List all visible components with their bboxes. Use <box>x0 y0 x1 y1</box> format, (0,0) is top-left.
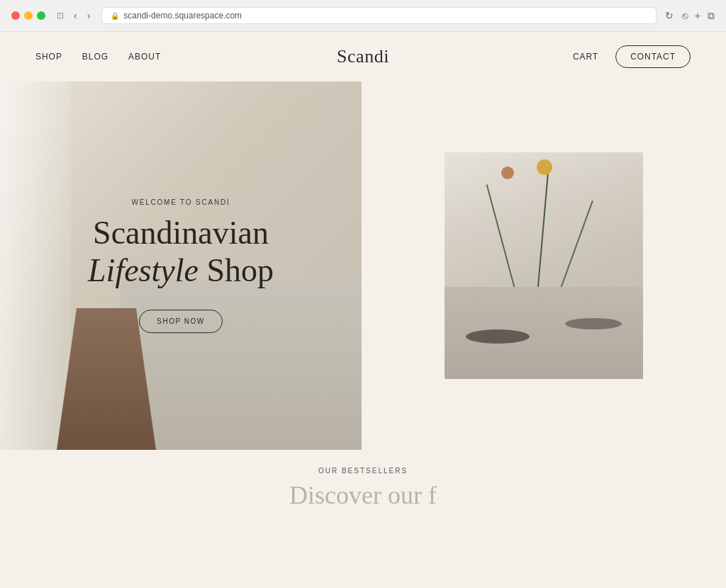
nav-blog[interactable]: BLOG <box>82 52 108 62</box>
nav-shop[interactable]: SHOP <box>35 52 62 62</box>
hero-section: WELCOME TO SCANDI Scandinavian Lifestyle… <box>0 81 726 450</box>
website: SHOP BLOG ABOUT Scandi CART CONTACT <box>0 32 726 588</box>
hero-left-panel: WELCOME TO SCANDI Scandinavian Lifestyle… <box>0 81 362 450</box>
table-surface <box>445 287 643 379</box>
hero-curtain <box>0 81 71 450</box>
flower-stem-1 <box>486 184 517 294</box>
lock-icon: 🔒 <box>111 12 119 20</box>
browser-chrome: ⊡ ‹ › 🔒 scandi-demo.squarespace.com ↻ ⎋ … <box>0 0 726 32</box>
nav-cart[interactable]: CART <box>573 52 598 62</box>
url-text: scandi-demo.squarespace.com <box>123 11 242 21</box>
tabs-btn[interactable]: ⧉ <box>708 10 715 22</box>
flower-stem-3 <box>558 200 593 294</box>
hero-title-normal: Shop <box>199 252 274 288</box>
hero-title-italic: Lifestyle <box>88 252 199 288</box>
nav-left: SHOP BLOG ABOUT <box>35 52 161 62</box>
flower-head-2 <box>537 159 552 175</box>
hero-title-line1: Scandinavian <box>93 215 269 251</box>
address-bar[interactable]: 🔒 scandi-demo.squarespace.com <box>101 7 656 24</box>
browser-nav: ⊡ ‹ › <box>54 9 93 23</box>
bestsellers-label: OUR BESTSELLERS <box>0 467 726 475</box>
forward-btn[interactable]: › <box>84 9 94 23</box>
bestsellers-title: Discover our f <box>0 480 726 510</box>
browser-actions: ⎋ + ⧉ <box>682 10 715 22</box>
shop-now-button[interactable]: SHOP NOW <box>139 310 222 333</box>
bottom-section: OUR BESTSELLERS Discover our f <box>0 450 726 510</box>
new-tab-btn[interactable]: + <box>695 10 700 22</box>
nav-about[interactable]: ABOUT <box>128 52 161 62</box>
hero-text-overlay: WELCOME TO SCANDI Scandinavian Lifestyle… <box>88 198 274 333</box>
flower-head-1 <box>501 166 514 179</box>
back-btn[interactable]: ‹ <box>71 9 80 23</box>
window-toggle-btn[interactable]: ⊡ <box>54 9 67 22</box>
share-btn[interactable]: ⎋ <box>682 10 688 22</box>
hero-title: Scandinavian Lifestyle Shop <box>88 215 274 290</box>
plate-1 <box>466 329 530 344</box>
dot-fullscreen[interactable] <box>37 11 45 20</box>
browser-dots <box>11 11 45 20</box>
plate-2 <box>565 318 622 329</box>
hero-left-image: WELCOME TO SCANDI Scandinavian Lifestyle… <box>0 81 362 450</box>
site-logo[interactable]: Scandi <box>337 46 389 67</box>
hero-welcome-text: WELCOME TO SCANDI <box>88 198 274 206</box>
contact-button[interactable]: CONTACT <box>615 45 691 68</box>
dot-close[interactable] <box>11 11 20 20</box>
main-content: WELCOME TO SCANDI Scandinavian Lifestyle… <box>0 81 726 588</box>
site-nav: SHOP BLOG ABOUT Scandi CART CONTACT <box>0 32 726 81</box>
hero-right-image <box>445 152 643 379</box>
nav-right: CART CONTACT <box>573 45 691 68</box>
hero-right-panel <box>362 81 726 450</box>
dot-minimize[interactable] <box>24 11 33 20</box>
flower-stem-2 <box>537 167 549 294</box>
reload-btn[interactable]: ↻ <box>665 10 674 21</box>
